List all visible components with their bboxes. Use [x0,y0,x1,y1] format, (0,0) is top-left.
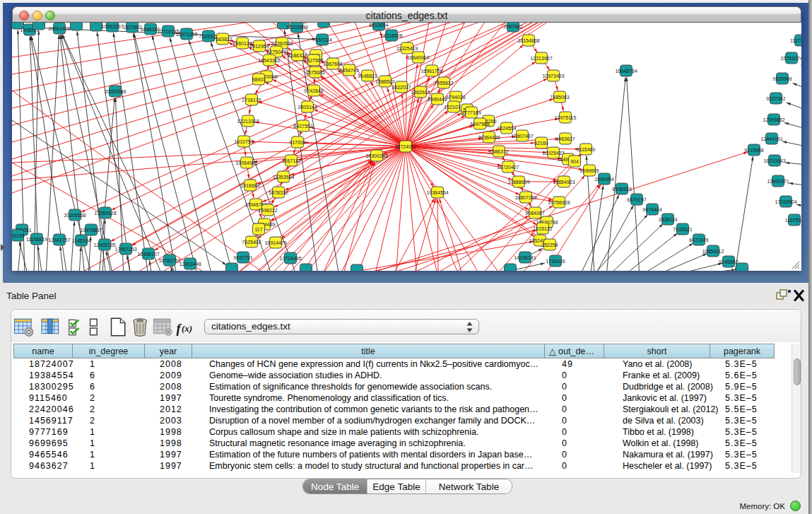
svg-text:1916682: 1916682 [240,183,259,188]
svg-text:7663822: 7663822 [213,37,232,42]
svg-text:17359928: 17359928 [94,211,116,216]
svg-text:39159: 39159 [12,233,25,238]
svg-text:12923448: 12923448 [179,262,201,267]
svg-text:9245652: 9245652 [719,259,738,264]
svg-text:12975115: 12975115 [555,115,577,120]
svg-text:9329966: 9329966 [772,76,792,81]
svg-text:8938923: 8938923 [612,187,631,192]
svg-text:3575685: 3575685 [305,70,324,75]
svg-text:19975867: 19975867 [80,228,102,233]
svg-text:7386372: 7386372 [489,149,508,154]
svg-text:62160: 62160 [534,141,548,146]
svg-text:16914479: 16914479 [264,240,286,245]
svg-text:8912954: 8912954 [249,44,269,49]
svg-text:904: 904 [570,159,579,164]
svg-text:11325419: 11325419 [396,46,418,51]
svg-text:9242848: 9242848 [304,88,323,93]
svg-text:17016504: 17016504 [775,199,796,204]
svg-text:2087682: 2087682 [503,24,522,29]
svg-text:3267110: 3267110 [282,158,301,163]
svg-text:1167534: 1167534 [785,218,801,223]
svg-text:3822037: 3822037 [392,85,411,90]
svg-text:18300293: 18300293 [365,153,387,158]
svg-text:7485063: 7485063 [550,95,569,100]
svg-text:1733426: 1733426 [546,259,565,264]
svg-text:19054985: 19054985 [235,160,257,165]
svg-text:8454749: 8454749 [339,68,358,73]
svg-text:2275049: 2275049 [266,49,286,54]
svg-text:15751074: 15751074 [780,56,801,61]
svg-text:6794028: 6794028 [446,95,465,100]
svg-text:16640910: 16640910 [407,55,429,60]
svg-text:98901: 98901 [252,77,266,82]
svg-text:11171616: 11171616 [790,38,801,43]
svg-text:12093882: 12093882 [763,117,784,122]
svg-text:18724007: 18724007 [394,144,416,149]
svg-text:12213967: 12213967 [530,56,552,61]
svg-text:10688609: 10688609 [507,180,529,185]
svg-text:16671355: 16671355 [175,32,197,37]
svg-text:20691406: 20691406 [48,26,70,31]
svg-text:16782759: 16782759 [158,258,180,263]
svg-text:16961758: 16961758 [420,69,442,74]
svg-text:19654923: 19654923 [553,180,575,185]
svg-text:10958107: 10958107 [137,252,159,257]
svg-text:9777169: 9777169 [461,110,481,115]
svg-text:2803144: 2803144 [298,105,317,110]
svg-text:18807249: 18807249 [514,195,536,200]
svg-text:7357224: 7357224 [312,37,331,42]
svg-text:8471876: 8471876 [689,238,708,243]
svg-text:11156819: 11156819 [26,237,47,242]
svg-text:7955812: 7955812 [434,81,453,86]
svg-text:917004: 917004 [289,140,305,145]
svg-text:9115460: 9115460 [577,147,596,152]
svg-text:9146821: 9146821 [358,74,377,78]
svg-text:16033809: 16033809 [286,25,307,30]
svg-text:9215958: 9215958 [744,148,763,153]
svg-text:2935114: 2935114 [659,217,678,222]
svg-text:2367608: 2367608 [323,62,342,66]
svg-text:20053346: 20053346 [104,89,126,94]
svg-text:10654112: 10654112 [702,249,724,254]
svg-text:9474444: 9474444 [642,207,661,212]
svg-text:9657791: 9657791 [233,255,252,260]
svg-text:9463627: 9463627 [555,136,575,141]
svg-text:17957253: 17957253 [114,247,136,252]
svg-text:8427552: 8427552 [293,124,312,129]
svg-text:117: 117 [254,227,262,232]
svg-text:1610753: 1610753 [234,139,253,144]
svg-text:9327505: 9327505 [304,58,323,63]
svg-text:(x): (x) [182,324,192,334]
svg-text:16543362: 16543362 [258,58,280,63]
svg-text:13692971: 13692971 [767,179,789,184]
svg-text:10973493: 10973493 [542,74,564,78]
svg-text:9084067: 9084067 [525,211,544,216]
svg-text:12444191: 12444191 [760,136,782,141]
svg-text:7625402: 7625402 [242,240,261,245]
svg-text:10653267: 10653267 [101,24,123,29]
svg-text:12905135: 12905135 [93,243,115,247]
svg-text:19218506: 19218506 [380,33,402,38]
svg-text:1145194: 1145194 [72,238,91,243]
svg-text:19756928: 19756928 [548,200,570,205]
svg-text:1527602: 1527602 [122,25,141,30]
svg-text:16648784: 16648784 [615,69,637,74]
svg-text:8813054: 8813054 [369,23,388,28]
svg-text:20364436: 20364436 [478,135,500,140]
svg-text:6679197: 6679197 [627,197,646,202]
svg-text:10025433: 10025433 [542,151,564,156]
svg-text:7632621: 7632621 [673,227,692,232]
svg-text:1362615: 1362615 [411,90,430,95]
svg-text:15720407: 15720407 [497,165,519,170]
svg-text:12213303: 12213303 [237,119,259,124]
svg-text:252254: 252254 [541,243,558,247]
svg-text:1621072: 1621072 [444,105,463,110]
svg-text:2718176: 2718176 [242,98,261,103]
svg-text:8186328: 8186328 [288,53,307,58]
svg-text:16210643: 16210643 [763,158,785,163]
svg-text:8990448: 8990448 [428,97,447,102]
svg-text:1588520: 1588520 [375,79,394,84]
svg-text:9699695: 9699695 [579,168,599,173]
svg-text:9227342: 9227342 [766,96,785,101]
svg-text:1615132: 1615132 [533,226,552,231]
